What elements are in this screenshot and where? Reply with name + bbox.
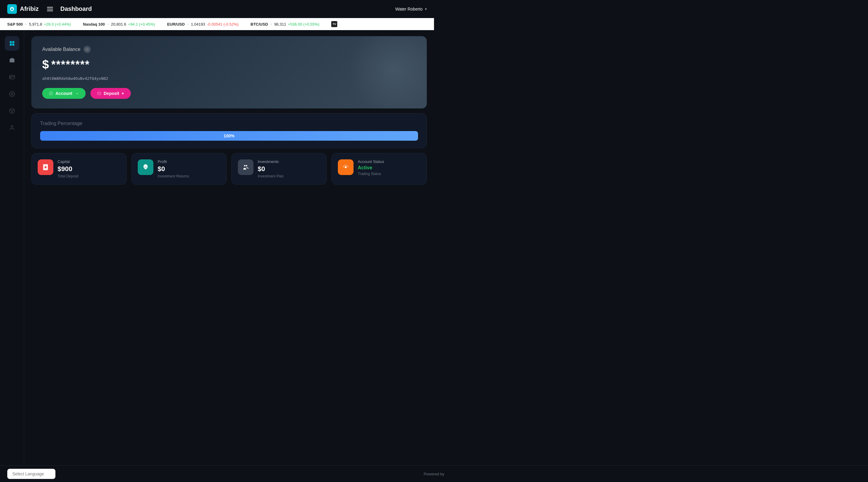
chevron-down-icon: ▾ bbox=[425, 7, 427, 11]
sidebar-item-dashboard[interactable] bbox=[5, 36, 19, 51]
stat-profit-name: Profit bbox=[158, 159, 189, 164]
svg-rect-2 bbox=[10, 44, 12, 46]
logo-area: Afribiz bbox=[7, 4, 38, 14]
ticker-nasdaq-change: +94.1 (+0.45%) bbox=[128, 22, 155, 27]
stat-investments-value: $0 bbox=[258, 165, 284, 173]
language-selector[interactable] bbox=[7, 469, 56, 479]
toggle-balance-visibility[interactable] bbox=[84, 46, 91, 53]
stat-account-status-header: Account Status Active Trading Status bbox=[338, 159, 421, 176]
main-layout: Available Balance $ ******** ah8t8WARdeh… bbox=[0, 30, 434, 481]
stat-capital-header: Capital $900 Total Deposit bbox=[38, 159, 120, 178]
svg-point-14 bbox=[11, 126, 13, 128]
stat-profit-header: Profit $0 Investment Returns bbox=[138, 159, 220, 178]
footer: Powered by bbox=[0, 465, 434, 481]
sidebar-item-settings[interactable] bbox=[5, 87, 19, 101]
svg-point-12 bbox=[11, 93, 13, 95]
account-arrow-icon: → bbox=[75, 91, 79, 96]
ticker-eurusd-price: 1.04193 bbox=[191, 22, 205, 27]
user-name: Water Roberto bbox=[395, 7, 423, 11]
svg-rect-9 bbox=[9, 75, 14, 79]
sidebar-item-user[interactable] bbox=[5, 121, 19, 135]
trading-progress-label: 100% bbox=[224, 133, 235, 138]
stat-card-account-status: Account Status Active Trading Status bbox=[332, 153, 427, 185]
trading-progress-bar: 100% bbox=[40, 131, 418, 141]
stat-capital-info: Capital $900 Total Deposit bbox=[58, 159, 79, 178]
stat-investments-name: Investments bbox=[258, 159, 284, 164]
sidebar-item-bank[interactable] bbox=[5, 53, 19, 67]
stat-profit-info: Profit $0 Investment Returns bbox=[158, 159, 189, 178]
balance-amount-row: $ ******** bbox=[42, 58, 416, 71]
stat-capital-name: Capital bbox=[58, 159, 79, 164]
balance-label-row: Available Balance bbox=[42, 46, 416, 53]
ticker-btcusd-price: 98,311 bbox=[274, 22, 286, 27]
ticker-bar: S&P 500 • 5,971.8 +26.0 (+0.44%) Nasdaq … bbox=[0, 18, 434, 30]
user-menu[interactable]: Water Roberto ▾ bbox=[395, 7, 427, 11]
svg-point-19 bbox=[246, 165, 247, 167]
ticker-btcusd: BTC/USD • 98,311 +536.00 (+0.55%) bbox=[250, 22, 319, 27]
ticker-eurusd-change: -0.00541 (-0.52%) bbox=[207, 22, 239, 27]
ticker-nasdaq-price: 20,801.6 bbox=[111, 22, 126, 27]
sidebar bbox=[0, 30, 24, 481]
stat-capital-value: $900 bbox=[58, 165, 79, 173]
sidebar-item-card[interactable] bbox=[5, 70, 19, 84]
trading-progress-bar-container: 100% bbox=[40, 131, 418, 141]
stat-profit-sub: Investment Returns bbox=[158, 174, 189, 178]
profit-icon bbox=[138, 159, 153, 175]
dollar-sign: $ bbox=[42, 58, 49, 71]
stat-account-status-sub: Trading Status bbox=[358, 172, 384, 176]
stat-card-profit: Profit $0 Investment Returns bbox=[131, 153, 227, 185]
svg-point-16 bbox=[50, 93, 52, 94]
stat-profit-value: $0 bbox=[158, 165, 189, 173]
stat-investments-info: Investments $0 Investment Plan bbox=[258, 159, 284, 178]
trading-percentage-title: Trading Percentage bbox=[40, 121, 418, 126]
stat-account-status-info: Account Status Active Trading Status bbox=[358, 159, 384, 176]
ticker-nasdaq: Nasdaq 100 • 20,801.6 +94.1 (+0.45%) bbox=[83, 22, 155, 27]
svg-rect-11 bbox=[10, 77, 11, 78]
svg-point-15 bbox=[87, 49, 88, 50]
header: Afribiz Dashboard Water Roberto ▾ bbox=[0, 0, 434, 18]
ticker-btcusd-name: BTC/USD bbox=[250, 22, 268, 27]
svg-point-20 bbox=[345, 166, 347, 168]
stat-account-status-name: Account Status bbox=[358, 159, 384, 164]
ticker-sp500-price: 5,971.8 bbox=[29, 22, 42, 27]
capital-icon bbox=[38, 159, 53, 175]
balance-label-text: Available Balance bbox=[42, 47, 81, 52]
stat-investments-sub: Investment Plan bbox=[258, 174, 284, 178]
stats-grid: Capital $900 Total Deposit bbox=[31, 153, 427, 185]
tradingview-logo: TV bbox=[331, 21, 337, 27]
logo-text: Afribiz bbox=[20, 5, 38, 12]
deposit-button[interactable]: Deposit + bbox=[90, 88, 131, 99]
stat-card-investments: Investments $0 Investment Plan bbox=[231, 153, 327, 185]
ticker-eurusd: EUR/USD • 1.04193 -0.00541 (-0.52%) bbox=[167, 22, 239, 27]
page-title: Dashboard bbox=[60, 5, 92, 12]
investments-icon bbox=[238, 159, 253, 175]
svg-point-18 bbox=[244, 165, 246, 167]
logo-icon bbox=[7, 4, 17, 14]
balance-card: Available Balance $ ******** ah8t8WARdeh… bbox=[31, 36, 427, 108]
ticker-nasdaq-name: Nasdaq 100 bbox=[83, 22, 104, 27]
svg-rect-0 bbox=[10, 41, 12, 43]
balance-actions: Account → Deposit + bbox=[42, 88, 416, 99]
wallet-address: ah8t8WARdeh8w4OuNv42fQ4yvN82 bbox=[42, 76, 416, 81]
ticker-eurusd-name: EUR/USD bbox=[167, 22, 185, 27]
svg-point-17 bbox=[44, 166, 46, 168]
trading-percentage-card: Trading Percentage 100% bbox=[31, 113, 427, 148]
ticker-sp500: S&P 500 • 5,971.8 +26.0 (+0.44%) bbox=[7, 22, 71, 27]
deposit-plus-icon: + bbox=[121, 91, 124, 96]
hamburger-menu[interactable] bbox=[44, 4, 56, 13]
deposit-button-label: Deposit bbox=[104, 91, 119, 96]
stat-investments-header: Investments $0 Investment Plan bbox=[238, 159, 320, 178]
svg-rect-3 bbox=[12, 44, 14, 46]
account-button[interactable]: Account → bbox=[42, 88, 86, 99]
ticker-sp500-change: +26.0 (+0.44%) bbox=[44, 22, 71, 27]
account-button-label: Account bbox=[56, 91, 72, 96]
powered-by-text: Powered by bbox=[424, 472, 434, 476]
sidebar-item-box[interactable] bbox=[5, 104, 19, 118]
svg-rect-1 bbox=[12, 41, 14, 43]
main-content: Available Balance $ ******** ah8t8WARdeh… bbox=[24, 30, 434, 481]
ticker-sp500-name: S&P 500 bbox=[7, 22, 23, 27]
stat-card-capital: Capital $900 Total Deposit bbox=[31, 153, 127, 185]
masked-balance: ******** bbox=[51, 59, 90, 71]
account-status-icon bbox=[338, 159, 353, 175]
stat-account-status-value: Active bbox=[358, 165, 384, 170]
